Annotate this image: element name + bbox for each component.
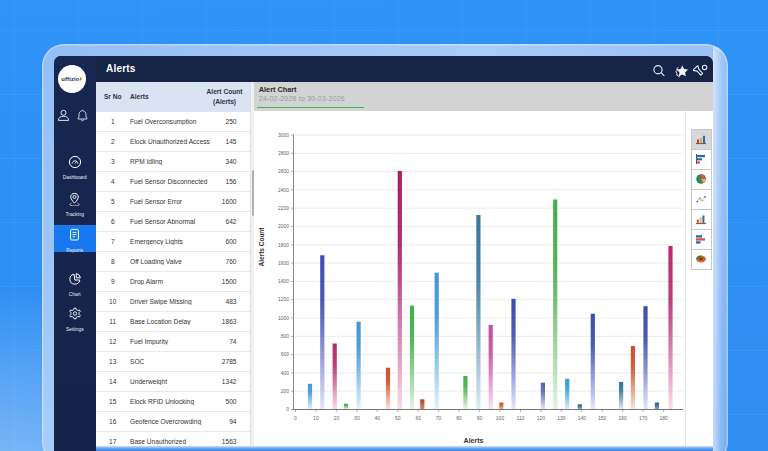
svg-text:Alerts Count: Alerts Count	[258, 226, 265, 266]
svg-text:60: 60	[415, 414, 421, 420]
svg-text:3000: 3000	[278, 131, 289, 137]
svg-text:600: 600	[281, 351, 290, 357]
svg-text:2200: 2200	[278, 204, 289, 210]
svg-text:80: 80	[456, 414, 462, 420]
svg-text:130: 130	[557, 414, 566, 420]
svg-text:800: 800	[281, 333, 290, 339]
svg-text:2400: 2400	[278, 186, 289, 192]
svg-text:170: 170	[639, 414, 648, 420]
svg-text:180: 180	[659, 414, 668, 420]
svg-text:1200: 1200	[278, 296, 289, 302]
svg-text:140: 140	[578, 414, 587, 420]
svg-text:90: 90	[477, 414, 483, 420]
svg-text:100: 100	[496, 414, 505, 420]
svg-text:200: 200	[281, 387, 290, 393]
svg-text:50: 50	[395, 414, 401, 420]
svg-text:0: 0	[294, 414, 297, 420]
svg-text:2600: 2600	[278, 168, 289, 174]
svg-text:1600: 1600	[278, 259, 289, 265]
svg-text:70: 70	[436, 414, 442, 420]
svg-text:150: 150	[598, 414, 607, 420]
svg-text:20: 20	[334, 414, 340, 420]
svg-text:40: 40	[375, 414, 381, 420]
svg-text:10: 10	[313, 414, 319, 420]
svg-text:2000: 2000	[278, 223, 289, 229]
svg-text:2800: 2800	[278, 150, 289, 156]
svg-text:Alerts: Alerts	[464, 437, 484, 444]
svg-text:30: 30	[354, 414, 360, 420]
svg-text:1800: 1800	[278, 241, 289, 247]
svg-text:110: 110	[517, 414, 525, 420]
svg-text:120: 120	[537, 414, 546, 420]
svg-text:1000: 1000	[278, 314, 289, 320]
svg-text:1400: 1400	[278, 278, 289, 284]
svg-text:0: 0	[286, 406, 289, 412]
svg-text:160: 160	[619, 414, 628, 420]
svg-text:400: 400	[281, 369, 290, 375]
